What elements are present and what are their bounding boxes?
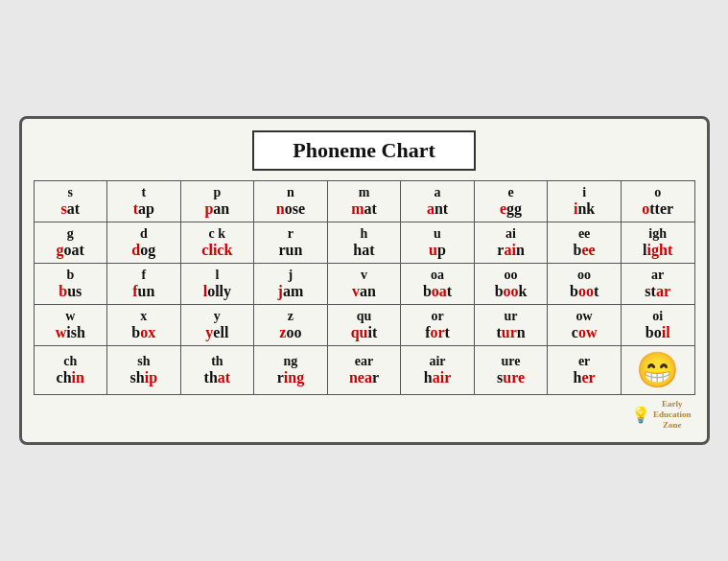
example-word: tap <box>109 200 178 218</box>
table-cell: airhair <box>401 346 475 395</box>
table-cell: oaboat <box>401 264 475 305</box>
example-word: yell <box>183 324 252 341</box>
table-cell: wwish <box>34 305 107 346</box>
phoneme-label: ai <box>477 226 546 242</box>
phoneme-label: oa <box>403 268 472 283</box>
phoneme-label: z <box>256 309 325 324</box>
phoneme-label: er <box>550 354 619 369</box>
example-word: egg <box>477 200 546 218</box>
phoneme-chart: Phoneme Chart ssatttapppannnosemmataante… <box>19 116 710 444</box>
table-cell: ighlight <box>621 222 694 264</box>
table-cell: uresure <box>474 346 548 395</box>
example-word: bee <box>550 242 619 259</box>
table-cell: 😁 <box>621 346 694 395</box>
phoneme-label: air <box>403 354 472 369</box>
table-cell: ootter <box>621 181 694 222</box>
example-word: box <box>109 324 178 341</box>
example-word: bus <box>36 283 106 300</box>
phoneme-label: f <box>109 268 178 283</box>
phoneme-label: ch <box>36 354 106 369</box>
phoneme-label: sh <box>109 354 178 369</box>
table-cell: earnear <box>327 346 401 395</box>
example-word: van <box>330 283 399 300</box>
emoji-icon: 😁 <box>636 351 679 389</box>
table-cell: urturn <box>474 305 548 346</box>
phoneme-label: g <box>36 226 106 242</box>
phoneme-table: ssatttapppannnosemmataanteeggiinkootterg… <box>34 180 695 395</box>
example-word: fun <box>109 283 178 300</box>
phoneme-label: th <box>183 354 252 369</box>
table-cell: eegg <box>474 181 548 222</box>
example-word: wish <box>36 324 106 341</box>
example-word: sure <box>477 369 546 386</box>
table-cell: ddog <box>107 222 181 264</box>
table-cell: ffun <box>107 264 181 305</box>
example-word: jam <box>256 283 325 300</box>
table-cell: arstar <box>621 264 694 305</box>
table-cell: oobook <box>474 264 548 305</box>
phoneme-label: t <box>109 185 178 200</box>
table-cell: ggoat <box>34 222 107 264</box>
phoneme-label: oo <box>477 268 546 283</box>
example-word: quit <box>330 324 399 341</box>
phoneme-label: ure <box>477 354 546 369</box>
table-cell: airain <box>474 222 548 264</box>
phoneme-label: p <box>183 185 252 200</box>
table-cell: ttap <box>107 181 181 222</box>
table-cell: c kclick <box>180 222 254 264</box>
phoneme-label: oi <box>623 309 693 324</box>
phoneme-label: b <box>36 268 106 283</box>
example-word: ink <box>550 200 619 218</box>
phoneme-label: v <box>330 268 399 283</box>
table-cell: eebee <box>548 222 622 264</box>
chart-title: Phoneme Chart <box>252 130 475 171</box>
phoneme-label: ear <box>330 354 399 369</box>
table-cell: ngring <box>254 346 328 395</box>
phoneme-label: c k <box>183 226 252 242</box>
example-word: fort <box>403 324 472 341</box>
table-cell: vvan <box>327 264 401 305</box>
example-word: rain <box>477 242 546 259</box>
example-word: ant <box>403 200 472 218</box>
table-cell: mmat <box>327 181 401 222</box>
example-word: sat <box>36 200 106 218</box>
example-word: dog <box>109 242 178 259</box>
phoneme-label: w <box>36 309 106 324</box>
table-cell: ththat <box>180 346 254 395</box>
phoneme-label: i <box>550 185 619 200</box>
table-cell: ququit <box>327 305 401 346</box>
phoneme-label: n <box>256 185 325 200</box>
example-word: nose <box>256 200 325 218</box>
phoneme-label: l <box>183 268 252 283</box>
table-cell: jjam <box>254 264 328 305</box>
table-cell: llolly <box>180 264 254 305</box>
table-cell: nnose <box>254 181 328 222</box>
table-cell: owcow <box>548 305 622 346</box>
example-word: her <box>550 369 619 386</box>
table-cell: chchin <box>34 346 107 395</box>
example-word: chin <box>36 369 106 386</box>
example-word: lolly <box>183 283 252 300</box>
example-word: that <box>183 369 252 386</box>
phoneme-label: h <box>330 226 399 242</box>
example-word: ship <box>109 369 178 386</box>
table-cell: zzoo <box>254 305 328 346</box>
table-cell: erher <box>548 346 622 395</box>
phoneme-label: u <box>403 226 472 242</box>
phoneme-label: ee <box>550 226 619 242</box>
phoneme-label: oo <box>550 268 619 283</box>
table-cell: ppan <box>180 181 254 222</box>
example-word: near <box>330 369 399 386</box>
watermark-icon: 💡 <box>631 406 650 424</box>
table-cell: iink <box>548 181 622 222</box>
table-cell: uup <box>401 222 475 264</box>
example-word: pan <box>183 200 252 218</box>
example-word: boat <box>403 283 472 300</box>
watermark: 💡 EarlyEducationZone <box>34 399 695 430</box>
phoneme-label: m <box>330 185 399 200</box>
example-word: hair <box>403 369 472 386</box>
phoneme-label: qu <box>330 309 399 324</box>
example-word: click <box>183 242 252 259</box>
phoneme-label: j <box>256 268 325 283</box>
phoneme-label: ng <box>256 354 325 369</box>
